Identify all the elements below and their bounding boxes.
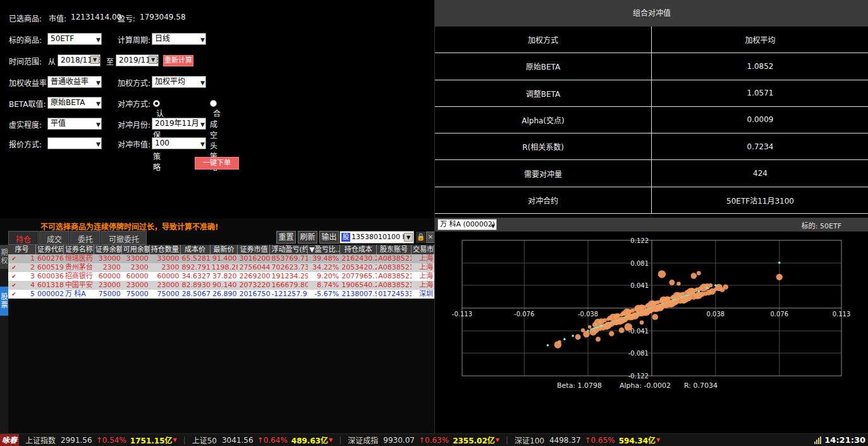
cell: 上海	[412, 272, 434, 281]
date-from-select[interactable]: 2018/11/ 5▼	[58, 54, 101, 66]
column-header[interactable]: 序号	[8, 245, 36, 254]
row-checkbox[interactable]: ✔	[8, 272, 20, 281]
hedge-row-value: 1.0852	[652, 53, 868, 79]
cell: 招商银行	[64, 272, 94, 281]
cell: 82.893052	[181, 281, 211, 290]
cell: 1906540.2	[340, 281, 377, 290]
button-刷新[interactable]: 刷新	[298, 231, 317, 244]
underlying-select[interactable]: 50ETF▼	[47, 33, 102, 45]
ticker-item-上证指数[interactable]: 上证指数2991.56↑0.54%1751.15亿▼	[25, 435, 177, 445]
row-checkbox[interactable]: ✔	[8, 290, 20, 299]
column-header[interactable]: 证券余额	[94, 245, 122, 254]
hedge-mv-select[interactable]: 100▼	[152, 137, 206, 149]
svg-text:Alpha: -0.0002: Alpha: -0.0002	[620, 381, 671, 390]
hedge-month-select[interactable]: 2019年11月▼	[152, 118, 206, 130]
column-header[interactable]: 最新价	[211, 245, 238, 254]
table-row[interactable]: ✔3600036招商银行60000600006000034.63276237.8…	[8, 272, 434, 281]
table-row[interactable]: ✔5000002万 科A75000750007500028.50677326.8…	[8, 290, 434, 299]
cell: 2300	[122, 263, 150, 272]
chevron-down-icon[interactable]: ▼	[90, 56, 99, 64]
cell: 2138007.95	[340, 290, 377, 299]
chevron-down-icon[interactable]: ▼	[404, 233, 413, 242]
tab-成交[interactable]: 成交	[39, 231, 70, 245]
button-重置[interactable]: 重置	[276, 231, 296, 244]
column-header[interactable]: 证券代码	[36, 245, 64, 254]
account-select[interactable]: 股13538010100 bj ▼	[339, 231, 414, 244]
row-checkbox[interactable]: ✔	[8, 263, 20, 272]
index-value: 2991.56	[61, 436, 92, 445]
svg-text:-0.113: -0.113	[452, 311, 472, 318]
column-header[interactable]: 浮动盈亏(约)	[270, 245, 308, 254]
column-header[interactable]: 可用余额	[122, 245, 150, 254]
button-输出[interactable]: 输出	[319, 231, 339, 244]
one-click-order-button[interactable]: 一键下单	[195, 157, 239, 170]
chevron-down-icon: ▼	[96, 78, 101, 88]
ticker-item-深证成指[interactable]: 深证成指9930.07↑0.63%2355.02亿▼	[348, 435, 499, 445]
column-header[interactable]: ▼盈亏比...	[308, 245, 340, 254]
cell: 3	[20, 272, 36, 281]
side-tab-期权[interactable]: 期权	[0, 245, 8, 269]
table-row[interactable]: ✔4601318中国平安23000230002300082.89305290.1…	[8, 281, 434, 290]
cell: 2016750.00	[238, 290, 270, 299]
index-change-pct: ↑0.65%	[585, 436, 615, 445]
column-header[interactable]: 持仓成本	[340, 245, 377, 254]
hedge-method-label: 对冲方式:	[118, 98, 150, 109]
weighted-return-label: 加权收益率:	[9, 77, 49, 88]
divider: |	[183, 436, 186, 445]
table-row[interactable]: ✔1600276恒瑞医药33000330003300065.52819191.4…	[8, 254, 434, 263]
period-select[interactable]: 日线▼	[152, 33, 206, 45]
ticker-item-上证50[interactable]: 上证503041.56↑0.64%489.63亿▼	[192, 435, 333, 445]
cell: 60000	[150, 272, 181, 281]
cell: 2077965.71	[340, 272, 377, 281]
moneyness-select[interactable]: 平值▼	[47, 118, 102, 130]
chevron-down-icon: ▼	[96, 139, 101, 149]
column-header[interactable]: 证券市值	[238, 245, 270, 254]
column-header[interactable]: 交易市场	[412, 245, 434, 254]
positions-table: 序号证券代码证券名称证券余额可用余额持仓数量成本价最新价证券市值浮动盈亏(约)▼…	[8, 245, 434, 299]
quote-method-select[interactable]: ▼	[47, 137, 102, 149]
weighted-return-select[interactable]: 普通收益率▼	[47, 76, 102, 88]
tab-持仓[interactable]: 持仓	[8, 231, 39, 245]
beta-source-select[interactable]: 原始BETA▼	[47, 97, 102, 109]
tab-可撤委托[interactable]: 可撤委托	[101, 231, 147, 245]
period-label: 计算周期:	[118, 34, 150, 45]
cell: 2	[20, 263, 36, 272]
cell: 上海	[412, 254, 434, 263]
lock-icon[interactable]: 🔒	[416, 232, 425, 243]
hedge-row: 对冲合约50ETF沽11月3100	[435, 187, 868, 214]
column-header[interactable]: 成本价	[181, 245, 211, 254]
hedge-mv-label: 对冲市值:	[118, 139, 150, 149]
column-header[interactable]: 证券名称	[64, 245, 94, 254]
table-row[interactable]: ✔2600519贵州茅台230023002300892.7914221198.2…	[8, 263, 434, 272]
hedge-row: 原始BETA1.0852	[435, 53, 868, 80]
hedge-result-panel: 组合对冲值 加权方式加权平均原始BETA1.0852调整BETA1.0571Al…	[434, 0, 868, 433]
chevron-down-icon[interactable]: ▼	[149, 56, 157, 64]
row-checkbox[interactable]: ✔	[8, 254, 20, 263]
row-checkbox[interactable]: ✔	[8, 281, 20, 290]
cell: 702623.73	[270, 263, 308, 272]
hedge-row-label: 加权方式	[435, 27, 652, 53]
tab-委托[interactable]: 委托	[70, 231, 101, 245]
ticker-item-深证100[interactable]: 深证1004498.37↑0.65%594.34亿▼	[515, 435, 660, 445]
weight-method-select[interactable]: 加权平均▼	[152, 76, 206, 88]
market-value-label: 市值:	[49, 13, 66, 23]
hedge-row: R(相关系数)0.7234	[435, 133, 868, 160]
cell: A083852195	[377, 263, 412, 272]
hedge-value-table: 加权方式加权平均原始BETA1.0852调整BETA1.0571Alpha(交点…	[435, 27, 868, 214]
quote-method-label: 报价方式:	[9, 139, 42, 149]
hedge-row: Alpha(交点)0.0009	[435, 107, 868, 133]
column-header[interactable]: 股东账号	[377, 245, 412, 254]
side-tab-股票[interactable]: 股票	[0, 287, 8, 316]
cell: 39.48%	[308, 254, 340, 263]
hedge-row-value: 424	[652, 160, 868, 186]
stock-select[interactable]: 万 科A (000002)▼	[437, 219, 497, 230]
cell: 34.632762	[181, 272, 211, 281]
market-value: 12131414.00	[71, 13, 121, 22]
cell: 60000	[122, 272, 150, 281]
cell: 853769.71	[270, 254, 308, 263]
radio-put-protection[interactable]: 认沽保护策略	[153, 99, 164, 172]
column-header[interactable]: 持仓数量	[150, 245, 181, 254]
recalculate-button[interactable]: 重新计算	[163, 55, 193, 66]
close-icon[interactable]: ✕	[426, 232, 435, 243]
date-to-select[interactable]: 2019/11/ 5▼	[116, 54, 159, 66]
